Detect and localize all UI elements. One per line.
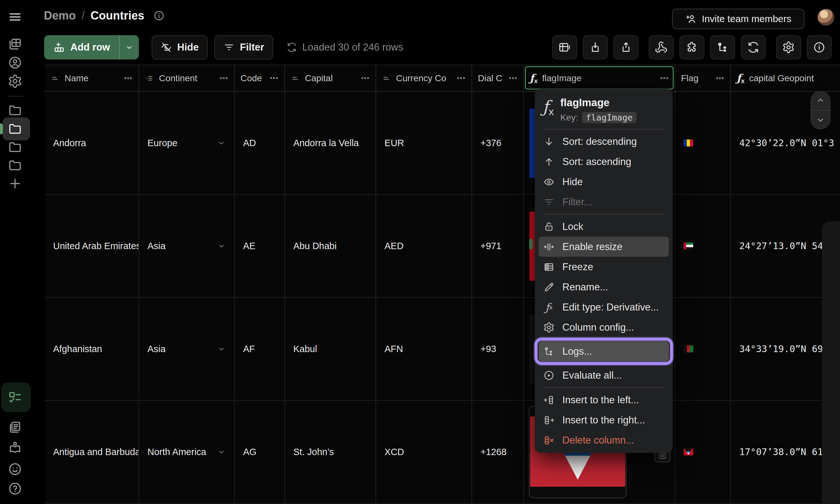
breadcrumb-workspace[interactable]: Demo (44, 9, 76, 22)
hide-columns-button[interactable]: Hide (151, 35, 208, 59)
column-menu-icon[interactable] (124, 74, 133, 82)
menu-item-freeze[interactable]: Freeze (535, 257, 673, 277)
cell-name[interactable]: United Arab Emirates (45, 195, 139, 298)
cell-flag[interactable] (675, 298, 731, 401)
cell-name[interactable]: Afghanistan (45, 298, 139, 401)
menu-item-evaluate-all[interactable]: Evaluate all... (535, 365, 673, 385)
column-header-capital-geopoint[interactable]: ƒx capital Geopoint (731, 65, 840, 92)
column-header-dial[interactable]: Dial C (472, 65, 524, 92)
cell-code[interactable]: AE (235, 195, 285, 298)
cell-dial[interactable]: +1268 (472, 401, 524, 504)
cell-flag[interactable] (675, 92, 731, 195)
column-header-continent[interactable]: Continent (139, 65, 235, 92)
column-menu-icon[interactable] (716, 74, 725, 82)
import-button[interactable] (583, 35, 608, 59)
table-view-button[interactable] (552, 35, 577, 59)
column-header-capital[interactable]: Capital (285, 65, 376, 92)
cell-flag[interactable] (675, 195, 731, 298)
cell-continent[interactable]: Asia (139, 298, 235, 401)
breadcrumb-table-name[interactable]: Countries (91, 9, 144, 22)
cell-capital[interactable]: Kabul (285, 298, 376, 401)
cell-currency[interactable]: AED (376, 195, 472, 298)
column-header-currency[interactable]: Currency Co (376, 65, 472, 92)
cell-code[interactable]: AD (235, 92, 285, 195)
cell-name[interactable]: Andorra (45, 92, 139, 195)
cell-dial[interactable]: +971 (472, 195, 524, 298)
sidebar-item-account[interactable] (8, 55, 22, 70)
add-row-button[interactable]: Add row (44, 35, 119, 59)
column-header-name[interactable]: Name (45, 65, 139, 92)
column-menu-icon[interactable] (361, 74, 370, 82)
column-menu-icon[interactable] (457, 74, 466, 82)
sidebar-item-learn-icon[interactable] (8, 440, 22, 455)
cell-code[interactable]: AG (235, 401, 285, 504)
menu-item-enable-resize[interactable]: Enable resize (539, 237, 669, 257)
menu-item-column-config[interactable]: Column config... (535, 317, 673, 337)
column-menu-icon[interactable] (660, 74, 669, 82)
sidebar-item-feedback-icon[interactable] (8, 462, 22, 476)
add-row-dropdown-button[interactable] (119, 35, 139, 59)
refresh-button[interactable] (741, 35, 766, 59)
column-menu-icon[interactable] (270, 74, 279, 82)
menu-item-filter[interactable]: Filter... (535, 192, 673, 212)
vertical-scrollbar[interactable] (822, 221, 840, 504)
cell-capital[interactable]: Abu Dhabi (285, 195, 376, 298)
chevron-down-icon[interactable] (217, 139, 226, 147)
column-menu-icon[interactable] (509, 74, 518, 82)
cell-name[interactable]: Antigua and Barbuda (45, 401, 139, 504)
sidebar-item-help-icon[interactable] (8, 481, 22, 496)
settings-button[interactable] (776, 35, 801, 59)
sidebar-item-folder-3[interactable] (8, 140, 22, 155)
column-header-code[interactable]: Code (235, 65, 285, 92)
filter-button[interactable]: Filter (214, 35, 273, 59)
chevron-down-icon[interactable] (217, 447, 226, 456)
cell-code[interactable]: AF (235, 298, 285, 401)
logs-tree-button[interactable] (710, 35, 735, 59)
sidebar-item-folder-4[interactable] (8, 158, 22, 173)
menu-item-insert-right[interactable]: Insert to the right... (535, 410, 673, 430)
cell-currency[interactable]: EUR (376, 92, 472, 195)
sidebar-item-news-icon[interactable] (8, 420, 22, 435)
menu-item-sort-ascending[interactable]: Sort: ascending (535, 151, 673, 172)
sidebar-item-tables[interactable] (8, 37, 22, 52)
cell-continent[interactable]: North America (139, 401, 235, 504)
menu-item-rename[interactable]: Rename... (535, 277, 673, 297)
hamburger-menu-icon[interactable] (8, 10, 22, 24)
column-header-flagimage[interactable]: ƒx flagImage (524, 65, 675, 92)
scroll-up-button[interactable] (810, 91, 831, 111)
cell-dial[interactable]: +93 (472, 298, 524, 401)
extensions-button[interactable] (679, 35, 704, 59)
menu-item-sort-descending[interactable]: Sort: descending (535, 131, 673, 151)
menu-item-label: Freeze (562, 261, 593, 273)
cell-currency[interactable]: AFN (376, 298, 472, 401)
cell-currency[interactable]: XCD (376, 401, 472, 504)
menu-item-logs[interactable]: Logs... (539, 341, 669, 361)
sidebar-item-folder-2-active[interactable] (8, 122, 22, 136)
menu-item-insert-left[interactable]: Insert to the left... (535, 390, 673, 410)
export-button[interactable] (613, 35, 639, 59)
cell-flag[interactable] (675, 401, 731, 504)
cell-continent[interactable]: Europe (139, 92, 235, 195)
sidebar-add-button[interactable] (8, 176, 22, 191)
cell-capital[interactable]: Andorra la Vella (285, 92, 376, 195)
table-info-icon[interactable] (153, 10, 165, 21)
cell-capital[interactable]: St. John’s (285, 401, 376, 504)
chevron-down-icon[interactable] (217, 344, 226, 353)
invite-team-members-button[interactable]: Invite team members (672, 8, 804, 29)
sidebar-item-tasks-icon[interactable] (8, 390, 22, 404)
menu-item-lock[interactable]: Lock (535, 216, 673, 237)
menu-item-delete-column[interactable]: Delete column... (535, 430, 673, 450)
chevron-down-icon[interactable] (217, 241, 226, 250)
column-header-flag[interactable]: Flag (675, 65, 731, 92)
column-menu-icon[interactable] (220, 74, 228, 82)
menu-item-hide[interactable]: Hide (535, 172, 673, 192)
webhook-button[interactable] (649, 35, 674, 59)
info-button[interactable] (807, 35, 832, 59)
cell-continent[interactable]: Asia (139, 195, 235, 298)
user-avatar[interactable] (818, 9, 834, 25)
cell-dial[interactable]: +376 (472, 92, 524, 195)
sidebar-item-settings[interactable] (8, 74, 22, 89)
sidebar-item-folder-1[interactable] (8, 103, 22, 118)
menu-item-edit-type[interactable]: ƒx Edit type: Derivative... (535, 297, 673, 317)
cell-text: Asia (147, 344, 165, 354)
